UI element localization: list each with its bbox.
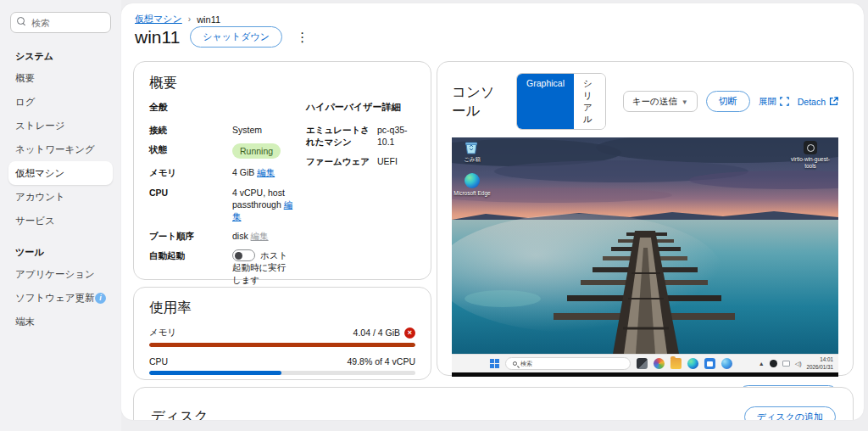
vm-recycle-bin-icon: ごみ箱 [452, 141, 494, 163]
usage-card: 使用率 メモリ 4.04 / 4 GiB× CPU 49.8% of 4 vCP… [133, 287, 431, 380]
connection-label: 接続 [149, 124, 227, 136]
updates-info-icon: i [95, 293, 106, 304]
vm-volume-icon: ◁) [795, 361, 802, 367]
cpu-usage-label: CPU [149, 356, 168, 367]
disconnect-button[interactable]: 切断 [706, 91, 750, 112]
vm-store-icon [704, 358, 715, 369]
hypervisor-subtitle: ハイパーバイザー詳細 [306, 101, 415, 114]
boot-order-edit-link[interactable]: 編集 [251, 231, 269, 241]
chevron-down-icon: ▼ [682, 98, 688, 106]
vm-desktop-wallpaper: ごみ箱 Microsoft Edge virtio-win-guest-tool… [452, 137, 838, 372]
vm-start-button-icon [490, 359, 499, 368]
sidebar-item-software-updates[interactable]: ソフトウェア更新 i [8, 286, 113, 310]
sidebar-item-networking[interactable]: ネットワーキング [8, 137, 113, 161]
emulated-machine-label: エミュレートされたマシン [306, 124, 372, 148]
page-title: win11 [135, 27, 180, 48]
vm-tray-chevron-icon: ▲ [759, 361, 765, 367]
breadcrumb-current: win11 [197, 14, 220, 25]
vm-file-explorer-icon [670, 358, 682, 369]
overview-card: 概要 全般 接続 System 状態 Running メモリ 4 GiB 編集 … [133, 61, 431, 280]
console-card: コンソール Graphical シリアル キーの送信▼ 切断 展開 Detach [437, 61, 854, 376]
sidebar-item-logs[interactable]: ログ [8, 90, 113, 114]
console-type-toggle: Graphical シリアル [516, 73, 606, 130]
send-key-dropdown[interactable]: キーの送信▼ [623, 91, 698, 112]
main-panel: 仮想マシン › win11 win11 シャットダウン ⋮ 概要 全般 接続 S… [121, 3, 864, 420]
memory-edit-link[interactable]: 編集 [257, 167, 275, 177]
vm-edge-icon: Microsoft Edge [452, 173, 494, 197]
cpu-usage-value: 49.8% of 4 vCPU [347, 356, 415, 367]
vm-edge-taskbar-icon [687, 358, 698, 369]
search-icon [17, 17, 25, 25]
memory-value: 4 GiB [232, 167, 254, 177]
shutdown-button[interactable]: シャットダウン [190, 26, 282, 48]
cpu-progress-bar [149, 371, 415, 375]
firmware-value: UEFI [377, 155, 415, 167]
emulated-machine-value: pc-q35-10.1 [377, 124, 415, 148]
disks-title: ディスク [151, 407, 209, 420]
sidebar-item-terminal[interactable]: 端末 [8, 310, 113, 333]
expand-button[interactable]: 展開 [759, 96, 789, 108]
breadcrumb-chevron-icon: › [188, 14, 191, 24]
sidebar: システム 概要 ログ ストレージ ネットワーキング 仮想マシン アカウント サー… [0, 0, 121, 431]
autostart-label: 自動起動 [149, 249, 227, 261]
vm-taskview-icon [637, 358, 648, 369]
vm-guest-tools-icon: virtio-win-guest-tools [786, 141, 835, 170]
disks-card: ディスク ディスクの追加 [133, 387, 854, 420]
vm-taskbar: 検索 ▲ ◁) 14:01 2026/01/31 [452, 354, 838, 372]
usage-title: 使用率 [149, 299, 415, 317]
boot-order-value: disk [232, 231, 248, 241]
general-subtitle: 全般 [149, 101, 294, 114]
memory-progress-bar [149, 343, 415, 347]
vm-search-icon [513, 361, 517, 366]
page-header: win11 シャットダウン ⋮ [135, 26, 312, 48]
vm-photos-icon [654, 358, 665, 369]
boot-order-label: ブート順序 [149, 230, 227, 242]
search-input[interactable] [10, 12, 111, 33]
external-link-icon [829, 97, 838, 106]
vm-clock: 14:01 2026/01/31 [806, 356, 833, 370]
memory-usage-value: 4.04 / 4 GiB [353, 327, 400, 338]
breadcrumb-virtual-machines-link[interactable]: 仮想マシン [135, 13, 182, 25]
sidebar-search[interactable] [10, 12, 111, 33]
overview-title: 概要 [149, 74, 415, 92]
memory-critical-icon: × [404, 327, 415, 339]
sidebar-item-accounts[interactable]: アカウント [8, 185, 113, 209]
running-status-badge: Running [232, 143, 281, 159]
sidebar-item-overview[interactable]: 概要 [8, 66, 113, 90]
vm-copilot-icon [721, 358, 732, 369]
cpu-value: 4 vCPU, host passthrough [232, 188, 285, 210]
kebab-menu-icon[interactable]: ⋮ [292, 29, 312, 45]
memory-usage-row: メモリ 4.04 / 4 GiB× [149, 327, 415, 347]
memory-usage-label: メモリ [149, 327, 176, 339]
detach-button[interactable]: Detach [798, 97, 838, 107]
firmware-label: ファームウェア [306, 155, 372, 167]
cpu-label: CPU [149, 187, 227, 199]
sidebar-item-applications[interactable]: アプリケーション [8, 262, 113, 286]
expand-icon [780, 97, 789, 106]
sidebar-item-virtual-machines[interactable]: 仮想マシン [8, 161, 113, 185]
vm-taskbar-search: 検索 [505, 357, 631, 370]
sidebar-item-services[interactable]: サービス [8, 209, 113, 232]
tab-graphical[interactable]: Graphical [517, 74, 574, 129]
state-label: 状態 [149, 143, 227, 155]
tab-serial[interactable]: シリアル [574, 74, 605, 129]
vm-network-icon [782, 361, 790, 367]
vm-console-screen[interactable]: ごみ箱 Microsoft Edge virtio-win-guest-tool… [452, 137, 838, 377]
nav-section-system: システム [8, 45, 113, 66]
memory-label: メモリ [149, 166, 227, 178]
nav-section-tools: ツール [8, 241, 113, 262]
vm-tray-app-icon [770, 360, 777, 367]
connection-value: System [232, 124, 294, 136]
add-disk-button[interactable]: ディスクの追加 [744, 406, 836, 421]
sidebar-item-storage[interactable]: ストレージ [8, 114, 113, 137]
cpu-usage-row: CPU 49.8% of 4 vCPU [149, 356, 415, 375]
autostart-toggle[interactable] [232, 249, 255, 261]
breadcrumb: 仮想マシン › win11 [135, 13, 220, 25]
console-title: コンソール [452, 83, 508, 120]
